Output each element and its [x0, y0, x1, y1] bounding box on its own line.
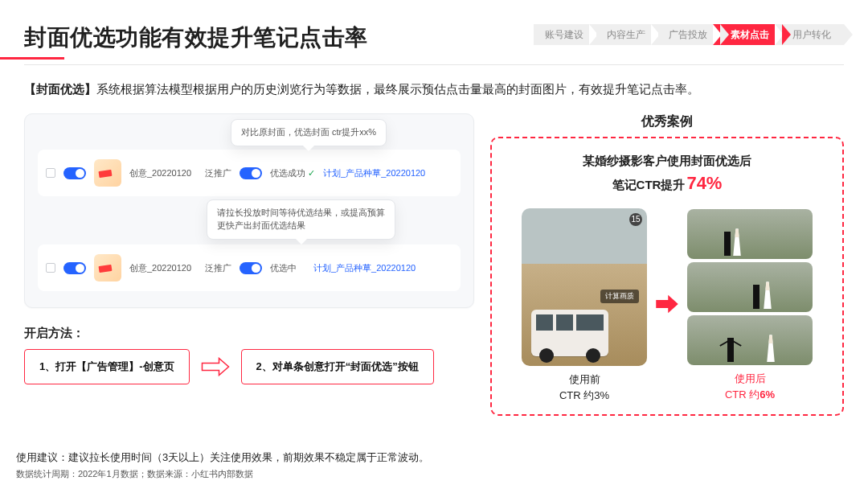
select-status: 优选成功 ✓	[270, 167, 315, 179]
intro-text: 【封面优选】系统根据算法模型根据用户的历史浏览行为等数据，最终展示预估点击量最高…	[0, 65, 868, 99]
after-caption: 使用后 CTR 约6%	[687, 372, 813, 402]
breadcrumb: 账号建设 内容生产 广告投放 素材点击 用户转化	[534, 24, 844, 45]
howto-section: 开启方法： 1、打开【广告管理】-创意页 2、对单条创意打开“封面优选”按钮	[24, 326, 474, 384]
stack-badge: 15	[629, 213, 642, 226]
plan-link[interactable]: 计划_产品种草_20220120	[323, 167, 425, 179]
row-checkbox[interactable]	[46, 263, 55, 273]
tooltip-pending: 请拉长投放时间等待优选结果，或提高预算 更快产出封面优选结果	[207, 199, 395, 240]
footer: 使用建议：建议拉长使用时间（3天以上）关注使用效果，前期效果不稳定属于正常波动。…	[16, 450, 429, 481]
case-section-title: 优秀案例	[490, 113, 844, 130]
creative-name: 创意_20220120	[129, 262, 197, 274]
howto-title: 开启方法：	[24, 326, 474, 341]
creative-scope: 泛推广	[205, 167, 231, 179]
page-title: 封面优选功能有效提升笔记点击率	[24, 23, 368, 53]
creative-thumbnail	[94, 159, 121, 187]
before-caption: 使用前 CTR 约3%	[522, 372, 647, 403]
cover-select-toggle[interactable]	[240, 167, 262, 179]
arrow-right-icon	[201, 357, 230, 376]
creative-row: 请拉长投放时间等待优选结果，或提高预算 更快产出封面优选结果 创意_202201…	[38, 244, 461, 291]
creative-list-panel: 对比原封面，优选封面 ctr提升xx% 创意_20220120 泛推广 优选成功…	[24, 113, 474, 308]
after-image-3	[687, 315, 813, 365]
after-image-2	[687, 262, 813, 312]
data-source: 数据统计周期：2022年1月数据；数据来源：小红书内部数据	[16, 467, 429, 481]
step-1-box: 1、打开【广告管理】-创意页	[24, 349, 190, 384]
uplift-value: 74%	[686, 173, 722, 193]
creative-row: 对比原封面，优选封面 ctr提升xx% 创意_20220120 泛推广 优选成功…	[38, 150, 461, 196]
image-tag: 计算画质	[600, 290, 639, 303]
case-headline: 某婚纱摄影客户使用封面优选后 笔记CTR提升74%	[506, 151, 828, 197]
vehicle-shape	[531, 310, 608, 356]
before-image: 15 计算画质	[522, 208, 647, 366]
row-toggle[interactable]	[63, 167, 86, 179]
after-image-1	[687, 209, 813, 259]
tooltip-success: 对比原封面，优选封面 ctr提升xx%	[231, 119, 387, 146]
arrow-right-icon	[655, 294, 679, 318]
usage-advice: 使用建议：建议拉长使用时间（3天以上）关注使用效果，前期效果不稳定属于正常波动。	[16, 450, 429, 466]
crumb-account: 账号建设	[534, 24, 596, 45]
creative-name: 创意_20220120	[129, 167, 197, 179]
title-underline	[0, 57, 64, 60]
row-toggle[interactable]	[63, 262, 86, 274]
case-card: 某婚纱摄影客户使用封面优选后 笔记CTR提升74% 15 计算画质 使用前 CT…	[490, 137, 844, 416]
step-2-box: 2、对单条创意打开“封面优选”按钮	[241, 349, 434, 384]
cover-select-toggle[interactable]	[240, 262, 262, 274]
select-status: 优选中	[270, 262, 305, 274]
after-image-stack	[687, 209, 813, 365]
creative-scope: 泛推广	[205, 262, 231, 274]
creative-thumbnail	[94, 254, 121, 281]
check-icon: ✓	[308, 168, 315, 178]
intro-bold: 【封面优选】	[24, 82, 96, 96]
plan-link[interactable]: 计划_产品种草_20220120	[313, 262, 416, 274]
row-checkbox[interactable]	[46, 168, 55, 178]
intro-rest: 系统根据算法模型根据用户的历史浏览行为等数据，最终展示预估点击量最高的封面图片，…	[96, 82, 699, 96]
